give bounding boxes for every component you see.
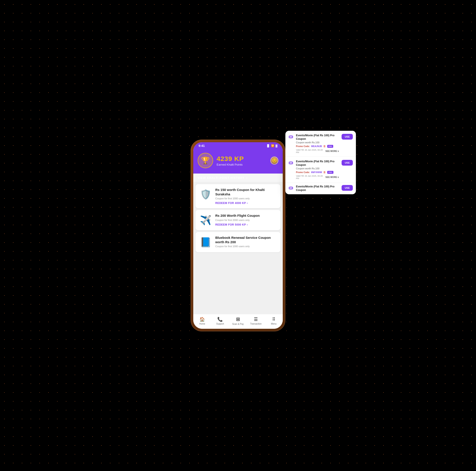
nav-item-home[interactable]: 🏠 Home — [196, 317, 209, 325]
bluebook-icon: 📘 — [200, 237, 211, 248]
nav-item-support[interactable]: 📞 Support — [214, 317, 227, 325]
popup-panel: 🎟 Events/Movie (Flat Rs 100) Pro Coupon … — [285, 131, 356, 194]
popup-content-2: Events/Movie (Flat Rs 100) Pro Coupon Co… — [296, 160, 339, 179]
coupon-title-2: Rs 200 Worth Flight Coupon — [215, 213, 277, 218]
coupon-sub-2: Coupon for first 2000 users only — [215, 219, 277, 221]
scan-label: Scan & Pay — [232, 323, 244, 325]
home-icon: 🏠 — [199, 317, 205, 322]
valid-text-1: Valid Till: 26 Jan 2025, 06:28 PM — [296, 149, 325, 154]
trophy-icon: 🏆 — [201, 156, 210, 165]
redeem-btn-1[interactable]: REDEEM FOR 4000 KP › — [215, 202, 248, 205]
use-btn-1[interactable]: USE — [341, 134, 353, 140]
coupon-title-3: Bluebook Renewal Service Coupon worth Rs… — [215, 236, 277, 244]
coupon-icon-wrap-1: 🛡️ — [199, 188, 212, 201]
coupon-info-1: Rs 150 worth Coupon for Khalti Suraksha … — [215, 188, 277, 205]
pro-badge-2: PRO — [327, 171, 333, 174]
coupon-card-2: ✈️ Rs 200 Worth Flight Coupon Coupon for… — [195, 210, 281, 230]
status-time: 9:41 — [199, 144, 205, 148]
popup-item-3: 🎟 Events/Movie (Flat Rs 100) Pro Coupon … — [285, 183, 356, 194]
coupon-icon-wrap-3: 📘 — [199, 236, 212, 249]
support-icon: 📞 — [217, 317, 223, 322]
points-value: 4239 KP — [217, 155, 267, 162]
popup-item-2: 🎟 Events/Movie (Flat Rs 100) Pro Coupon … — [285, 157, 356, 183]
popup-title-2: Events/Movie (Flat Rs 100) Pro Coupon — [296, 160, 339, 167]
valid-text-2: Valid Till: 26 Jan 2025, 06:28 PM — [296, 175, 325, 179]
coupon-info-3: Bluebook Renewal Service Coupon worth Rs… — [215, 236, 277, 248]
promo-code-1: WEAJNJB — [311, 145, 322, 148]
points-label: Earned Khalti Points — [217, 163, 267, 166]
main-container: 9:41 ▐▌ 🛜 ▓ 🏆 4239 KP Earned Khalti Poin… — [191, 140, 285, 331]
scroll-content: 🛡️ Rs 150 worth Coupon for Khalti Suraks… — [193, 182, 283, 314]
ticket-icon-2: 🎟 — [289, 160, 293, 166]
promo-label-2: Promo Code: — [296, 171, 310, 174]
use-btn-2[interactable]: USE — [341, 160, 353, 166]
transaction-label: Transaction — [250, 323, 262, 325]
trophy-circle: 🏆 — [198, 153, 213, 168]
promo-row-1: Promo Code: WEAJNJB 🗑 PRO — [296, 145, 339, 148]
chevron-icon-1: › — [247, 202, 248, 205]
popup-content-1: Events/Movie (Flat Rs 100) Pro Coupon Co… — [296, 134, 339, 154]
coupon-sub-3: Coupon for first 1000 users only — [215, 245, 277, 248]
promo-label-1: Promo Code: — [296, 145, 310, 148]
popup-worth-1: Coupon worth Rs.100 — [296, 141, 339, 144]
avatar-face: 😊 — [271, 157, 278, 164]
nav-item-menu[interactable]: ⠿ Menu — [267, 317, 280, 325]
ticket-icon-1: 🎟 — [289, 134, 293, 140]
popup-worth-2: Coupon worth Rs.100 — [296, 167, 339, 170]
bottom-nav: 🏠 Home 📞 Support ⊞ Scan & Pay ☰ Transact… — [193, 314, 283, 329]
pro-badge-1: PRO — [327, 145, 333, 148]
scan-icon: ⊞ — [236, 316, 240, 322]
popup-title-1: Events/Movie (Flat Rs 100) Pro Coupon — [296, 134, 339, 141]
popup-item-1: 🎟 Events/Movie (Flat Rs 100) Pro Coupon … — [285, 131, 356, 157]
see-more-label-1: SEE MORE — [325, 150, 337, 152]
header-banner: 🏆 4239 KP Earned Khalti Points 😊 — [193, 149, 283, 174]
support-label: Support — [216, 323, 224, 325]
chevron-down-icon-1: ∨ — [337, 150, 339, 152]
view-history-label: VIEW KHALTI POINT HISTORY — [198, 176, 245, 179]
menu-label: Menu — [271, 323, 277, 325]
chevron-right-icon: › — [246, 176, 248, 180]
see-more-2[interactable]: SEE MORE ∨ — [325, 176, 339, 178]
home-label: Home — [199, 323, 205, 325]
coupon-title-1: Rs 150 worth Coupon for Khalti Suraksha — [215, 188, 277, 196]
coupon-sub-1: Coupon for first 1000 users only — [215, 197, 277, 200]
nav-item-transaction[interactable]: ☰ Transaction — [249, 317, 262, 325]
see-more-label-2: SEE MORE — [325, 176, 337, 178]
status-icons: ▐▌ 🛜 ▓ — [266, 144, 277, 147]
promo-row-2: Promo Code: 6NFVHHW 🗑 PRO — [296, 171, 339, 174]
status-bar: 9:41 ▐▌ 🛜 ▓ — [193, 142, 283, 149]
coupon-card-1: 🛡️ Rs 150 worth Coupon for Khalti Suraks… — [195, 184, 281, 208]
popup-title-3: Events/Movie (Flat Rs 100) Pro Coupon — [296, 185, 339, 192]
valid-row-1: Valid Till: 26 Jan 2025, 06:28 PM SEE MO… — [296, 149, 339, 154]
signal-icon: ▐▌ — [266, 144, 270, 147]
coupon-card-3: 📘 Bluebook Renewal Service Coupon worth … — [195, 232, 281, 252]
nav-item-scan[interactable]: ⊞ Scan & Pay — [231, 316, 245, 325]
phone-screen: 9:41 ▐▌ 🛜 ▓ 🏆 4239 KP Earned Khalti Poin… — [193, 142, 283, 329]
airplane-icon: ✈️ — [200, 215, 211, 226]
coupon-icon-wrap-2: ✈️ — [199, 213, 212, 227]
popup-content-3: Events/Movie (Flat Rs 100) Pro Coupon — [296, 185, 339, 192]
redeem-btn-2[interactable]: REDEEM FOR 5000 KP › — [215, 223, 248, 226]
shield-health-icon: 🛡️ — [200, 189, 211, 200]
transaction-icon: ☰ — [254, 317, 258, 322]
view-history-button[interactable]: VIEW KHALTI POINT HISTORY › — [193, 174, 283, 182]
battery-icon: ▓ — [275, 144, 277, 147]
menu-icon: ⠿ — [272, 317, 275, 322]
chevron-down-icon-2: ∨ — [337, 176, 339, 178]
coupon-info-2: Rs 200 Worth Flight Coupon Coupon for fi… — [215, 213, 277, 226]
phone-frame: 9:41 ▐▌ 🛜 ▓ 🏆 4239 KP Earned Khalti Poin… — [191, 140, 285, 331]
ticket-icon-3: 🎟 — [289, 185, 293, 191]
see-more-1[interactable]: SEE MORE ∨ — [325, 150, 339, 152]
wifi-icon: 🛜 — [271, 144, 274, 147]
chevron-icon-2: › — [247, 223, 248, 226]
redeem-label-1: REDEEM FOR 4000 KP — [215, 202, 246, 205]
points-info: 4239 KP Earned Khalti Points — [217, 155, 267, 166]
use-btn-3[interactable]: USE — [341, 185, 353, 191]
copy-icon-2[interactable]: 🗑 — [323, 171, 326, 174]
copy-icon-1[interactable]: 🗑 — [323, 145, 326, 148]
promo-code-2: 6NFVHHW — [311, 171, 322, 174]
valid-row-2: Valid Till: 26 Jan 2025, 06:28 PM SEE MO… — [296, 175, 339, 179]
avatar: 😊 — [270, 157, 278, 164]
redeem-label-2: REDEEM FOR 5000 KP — [215, 223, 246, 226]
